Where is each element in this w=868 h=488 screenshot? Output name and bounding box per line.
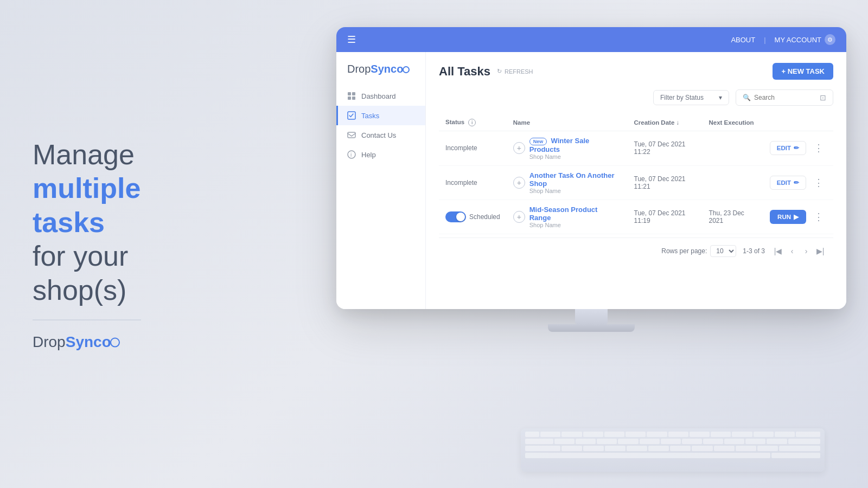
- refresh-button[interactable]: ↻ REFRESH: [497, 68, 533, 75]
- brand-synco: Synco: [66, 333, 120, 350]
- kebab-menu-button[interactable]: ⋮: [810, 210, 827, 224]
- tasks-icon: [347, 111, 356, 120]
- task-name-text: Mid-Season Product RangeShop Name: [529, 206, 621, 228]
- prev-page-button[interactable]: ‹: [786, 245, 799, 258]
- new-task-button[interactable]: + NEW TASK: [773, 63, 833, 80]
- status-cell: Incomplete: [439, 131, 507, 166]
- shop-name: Shop Name: [529, 222, 621, 228]
- page-wrapper: Manage multiple tasks for your shop(s) D…: [0, 0, 868, 488]
- brand-o-mark: [110, 337, 120, 347]
- col-actions: [763, 114, 833, 131]
- contact-icon: [347, 131, 356, 139]
- search-icon: 🔍: [743, 94, 751, 101]
- add-circle-icon[interactable]: +: [513, 177, 525, 189]
- kebab-menu-button[interactable]: ⋮: [810, 141, 827, 155]
- task-name-text: New Winter Sale ProductsShop Name: [529, 137, 621, 160]
- chevron-down-icon: ▾: [719, 94, 722, 101]
- top-nav-right: ABOUT | MY ACCOUNT ⚙: [731, 34, 835, 45]
- rows-per-page-label: Rows per page:: [661, 247, 707, 255]
- hero-line2: multiple tasks: [33, 172, 141, 237]
- sidebar-logo: DropSynco: [336, 63, 425, 86]
- hero-line3: for your: [33, 240, 128, 272]
- pagination-row: Rows per page: 10 25 50 1-3 of 3 |◀: [439, 237, 833, 258]
- edit-button[interactable]: EDIT ✏: [770, 141, 806, 155]
- sidebar-logo-synco: Synco: [371, 63, 410, 75]
- table-row: Incomplete+Another Task On Another ShopS…: [439, 165, 833, 200]
- task-name-cell: +New Winter Sale ProductsShop Name: [507, 131, 628, 166]
- creation-date-cell: Tue, 07 Dec 2021 11:22: [628, 131, 703, 166]
- rows-per-page-select[interactable]: 10 25 50: [710, 245, 736, 257]
- hero-text: Manage multiple tasks for your shop(s): [33, 138, 217, 307]
- shop-name: Shop Name: [529, 153, 621, 160]
- monitor-container: ☰ ABOUT | MY ACCOUNT ⚙: [331, 27, 852, 332]
- edit-pencil-icon: ✏: [794, 179, 799, 187]
- edit-button[interactable]: EDIT ✏: [770, 176, 806, 190]
- sidebar-logo-mark: [403, 66, 410, 73]
- new-badge: New: [529, 138, 547, 145]
- dashboard-icon: [347, 92, 356, 100]
- creation-date-cell: Tue, 07 Dec 2021 11:21: [628, 165, 703, 200]
- my-account-button[interactable]: MY ACCOUNT ⚙: [775, 34, 835, 45]
- table-row: Scheduled+Mid-Season Product RangeShop N…: [439, 200, 833, 234]
- sidebar-item-dashboard[interactable]: Dashboard: [336, 86, 425, 106]
- search-input[interactable]: [754, 94, 808, 101]
- add-circle-icon[interactable]: +: [513, 211, 525, 223]
- hero-line1: Manage: [33, 139, 135, 170]
- col-status: Status i: [439, 114, 507, 131]
- my-account-label: MY ACCOUNT: [775, 36, 821, 44]
- next-page-button[interactable]: ›: [800, 245, 813, 258]
- run-button[interactable]: RUN ▶: [770, 210, 806, 224]
- refresh-icon: ↻: [497, 68, 502, 75]
- refresh-label: REFRESH: [505, 68, 533, 75]
- brand-drop: Drop: [33, 333, 66, 350]
- actions-cell: EDIT ✏⋮: [763, 131, 833, 166]
- stand-neck: [575, 309, 608, 324]
- filters-row: Filter by Status ▾ 🔍 ⊡: [439, 89, 833, 106]
- actions-cell: RUN ▶⋮: [763, 200, 833, 234]
- sidebar-item-tasks[interactable]: Tasks: [336, 106, 425, 125]
- account-icon: ⚙: [825, 34, 835, 45]
- add-circle-icon[interactable]: +: [513, 142, 525, 154]
- first-page-button[interactable]: |◀: [771, 245, 784, 258]
- top-nav: ☰ ABOUT | MY ACCOUNT ⚙: [336, 27, 846, 52]
- schedule-toggle[interactable]: [445, 211, 466, 222]
- app-body: DropSynco Dashboard: [336, 52, 846, 309]
- svg-rect-3: [352, 97, 355, 100]
- menu-icon[interactable]: ☰: [347, 34, 356, 46]
- svg-rect-2: [348, 97, 351, 100]
- hero-section: Manage multiple tasks for your shop(s) D…: [33, 138, 217, 351]
- monitor-screen: ☰ ABOUT | MY ACCOUNT ⚙: [336, 27, 846, 309]
- rows-per-page: Rows per page: 10 25 50: [661, 245, 736, 257]
- filter-label: Filter by Status: [660, 94, 704, 101]
- clear-search-icon[interactable]: ⊡: [820, 93, 826, 102]
- kebab-menu-button[interactable]: ⋮: [810, 176, 827, 190]
- svg-rect-5: [348, 132, 355, 138]
- sidebar-item-contact[interactable]: Contact Us: [336, 125, 425, 145]
- sidebar-nav: Dashboard Tasks: [336, 86, 425, 164]
- col-creation-date[interactable]: Creation Date ↓: [628, 114, 703, 131]
- filter-by-status[interactable]: Filter by Status ▾: [653, 90, 729, 105]
- help-icon: i: [347, 150, 356, 159]
- stand-base: [548, 324, 635, 332]
- status-cell: Incomplete: [439, 165, 507, 200]
- next-execution-cell: Thu, 23 Dec 2021: [702, 200, 763, 234]
- col-next-execution: Next Execution: [702, 114, 763, 131]
- edit-pencil-icon: ✏: [794, 144, 799, 152]
- sidebar-logo-drop: Drop: [347, 63, 371, 75]
- page-nav: |◀ ‹ › ▶|: [771, 245, 827, 258]
- task-name-link[interactable]: Another Task On Another Shop: [529, 171, 615, 188]
- last-page-button[interactable]: ▶|: [814, 245, 827, 258]
- contact-label: Contact Us: [361, 131, 396, 139]
- new-task-label: + NEW TASK: [781, 67, 825, 75]
- status-cell: Scheduled: [439, 200, 507, 234]
- task-name-link[interactable]: Mid-Season Product Range: [529, 206, 598, 222]
- main-content: All Tasks ↻ REFRESH + NEW TASK: [426, 52, 846, 309]
- sidebar-item-help[interactable]: i Help: [336, 145, 425, 164]
- svg-text:i: i: [350, 152, 352, 158]
- nav-divider: |: [764, 36, 765, 44]
- page-count: 1-3 of 3: [743, 247, 765, 255]
- hero-line4: shop(s): [33, 274, 126, 305]
- search-input-wrap[interactable]: 🔍 ⊡: [736, 89, 833, 106]
- about-link[interactable]: ABOUT: [731, 36, 755, 44]
- app-shell: ☰ ABOUT | MY ACCOUNT ⚙: [336, 27, 846, 309]
